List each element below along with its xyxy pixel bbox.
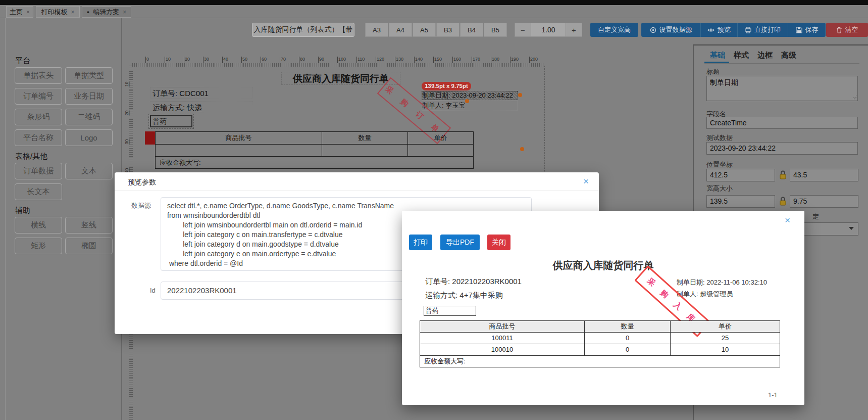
palette-item-业务日期[interactable]: 业务日期 [65, 88, 113, 105]
close-icon[interactable]: × [785, 215, 790, 225]
title-textarea[interactable]: 制单日期 [706, 76, 858, 101]
hruler-number: 70 [280, 57, 286, 63]
palette-item-单据表头[interactable]: 单据表头 [15, 67, 62, 84]
palette-item-矩形[interactable]: 矩形 [15, 238, 62, 254]
palette-item-二维码[interactable]: 二维码 [65, 109, 113, 125]
preview-table-cell: 0 [584, 332, 671, 344]
hruler-number: 190 [510, 57, 519, 63]
save-button[interactable]: 保存 [788, 23, 826, 37]
canvas-table-header-单价[interactable]: 单价 [407, 131, 474, 145]
paper-size-B5[interactable]: B5 [484, 23, 507, 37]
tab-label: 主页 [10, 8, 23, 17]
field-name-input[interactable]: CreateTime [706, 117, 858, 129]
tab-close-icon[interactable]: × [123, 9, 126, 15]
hruler-number: 180 [491, 57, 499, 63]
tab-主页[interactable]: 主页× [6, 6, 33, 18]
palette-section-表格/其他: 表格/其他 [15, 152, 47, 161]
resize-handle-dot[interactable] [520, 147, 524, 151]
canvas-doc-title[interactable]: 供应商入库随货同行单 [281, 72, 400, 85]
lock-icon[interactable] [779, 196, 787, 207]
canvas-table-empty-cell[interactable] [407, 144, 474, 157]
tab-close-icon[interactable]: × [26, 9, 30, 15]
template-name-box[interactable]: 入库随货同行单（列表式）【带 [252, 23, 354, 37]
palette-item-竖线[interactable]: 竖线 [65, 217, 113, 234]
canvas-transport[interactable]: 运输方式: 快递 [150, 101, 252, 113]
test-data-input[interactable]: 2023-09-20 23:44:22 [706, 142, 858, 155]
clear-button[interactable]: 清空 [826, 23, 868, 37]
canvas-drug-type-box[interactable]: 普药 [150, 115, 192, 127]
preview-make-date: 制单日期: 2022-11-06 10:32:10 [677, 278, 767, 287]
preview-table-header-数量: 数量 [584, 320, 671, 333]
vruler-number: 30 [124, 139, 130, 144]
inspector-tab-高级[interactable]: 高级 [781, 51, 796, 60]
tab-打印模板[interactable]: 打印模板× [36, 6, 80, 18]
sidebar-left-edge [5, 18, 6, 420]
palette-item-订单数据[interactable]: 订单数据 [15, 163, 62, 179]
export-pdf-button[interactable]: 导出PDF [440, 235, 480, 250]
palette-item-订单编号[interactable]: 订单编号 [15, 88, 62, 105]
close-icon[interactable]: × [583, 176, 589, 186]
canvas-table-header-数量[interactable]: 数量 [322, 131, 408, 145]
canvas-table-footer[interactable]: 应收金额大写: [155, 156, 474, 169]
preview-button[interactable]: 预览 [700, 23, 737, 37]
palette-item-椭圆[interactable]: 椭圆 [65, 238, 113, 254]
hruler-number: 150 [433, 57, 442, 63]
preview-table-footer: 应收金额大写: [420, 355, 780, 367]
height-input[interactable]: 9.75 [790, 195, 858, 208]
window-top-strip [0, 0, 868, 5]
paper-size-B3[interactable]: B3 [436, 23, 459, 37]
canvas-table-empty-cell[interactable] [155, 144, 322, 157]
palette-item-文本[interactable]: 文本 [65, 163, 113, 179]
table-row-handle[interactable] [145, 131, 155, 145]
close-preview-button[interactable]: 关闭 [487, 235, 510, 250]
canvas-order-no[interactable]: 订单号: CDC001 [150, 87, 252, 99]
tab-label: 打印模板 [41, 8, 67, 17]
set-datasource-button[interactable]: 设置数据源 [641, 23, 700, 37]
custom-size-button[interactable]: 自定义宽高 [590, 23, 638, 37]
paper-size-B4[interactable]: B4 [460, 23, 483, 37]
resize-handle-dot[interactable] [518, 93, 522, 97]
target-icon [650, 27, 656, 33]
page-indicator: 1-1 [768, 391, 778, 399]
palette-item-横线[interactable]: 横线 [15, 217, 62, 234]
hruler-number: 170 [472, 57, 480, 63]
browser-tab-bar: 主页×打印模板×●编辑方案× [0, 5, 868, 18]
paper-size-group: A3A4A5B3B4B5 [365, 23, 507, 37]
palette-item-条形码[interactable]: 条形码 [15, 109, 62, 125]
preview-table-cell: 100011 [420, 332, 585, 344]
print-button[interactable]: 打印 [409, 235, 432, 250]
hruler-number: 160 [452, 57, 461, 63]
textarea-resize-handle[interactable] [852, 95, 856, 100]
paper-size-A3[interactable]: A3 [365, 23, 388, 37]
width-input[interactable]: 139.5 [706, 195, 775, 208]
paper-size-A4[interactable]: A4 [389, 23, 412, 37]
palette-item-单据类型[interactable]: 单据类型 [65, 67, 113, 84]
direct-print-button[interactable]: 直接打印 [737, 23, 788, 37]
paper-size-A5[interactable]: A5 [413, 23, 436, 37]
palette-item-长文本[interactable]: 长文本 [15, 183, 62, 200]
inspector-tab-基础[interactable]: 基础 [710, 51, 725, 60]
canvas-table-empty-cell[interactable] [322, 144, 408, 157]
palette-item-平台名称[interactable]: 平台名称 [15, 129, 62, 146]
canvas-maker[interactable]: 制单人: 李玉宝 [422, 101, 518, 111]
pos-y-input[interactable]: 43.5 [790, 169, 858, 181]
hruler-number: 10 [165, 57, 171, 63]
palette-item-Logo[interactable]: Logo [65, 129, 113, 146]
inspector-tab-样式[interactable]: 样式 [734, 51, 749, 60]
unsaved-dot-icon: ● [87, 10, 89, 15]
pos-x-input[interactable]: 412.5 [706, 169, 775, 181]
modal-header-divider [115, 191, 599, 191]
canvas-table-header-商品批号[interactable]: 商品批号 [155, 131, 322, 145]
zoom-out-button[interactable]: − [515, 23, 531, 37]
tab-close-icon[interactable]: × [71, 9, 74, 15]
zoom-value[interactable]: 1.00 [531, 23, 566, 37]
zoom-in-button[interactable]: + [566, 23, 582, 37]
hruler-number: 90 [318, 57, 324, 63]
tab-编辑方案[interactable]: ●编辑方案× [82, 6, 131, 18]
lock-icon[interactable] [779, 170, 787, 180]
preview-table-header-商品批号: 商品批号 [420, 320, 585, 333]
test-data-label: 测试数据 [706, 133, 733, 143]
inspector-tab-边框[interactable]: 边框 [757, 51, 773, 60]
canvas-make-date-selected[interactable]: 制单日期: 2023-09-20 23:44:22 [422, 91, 518, 100]
resize-handle-dot[interactable] [465, 99, 469, 103]
